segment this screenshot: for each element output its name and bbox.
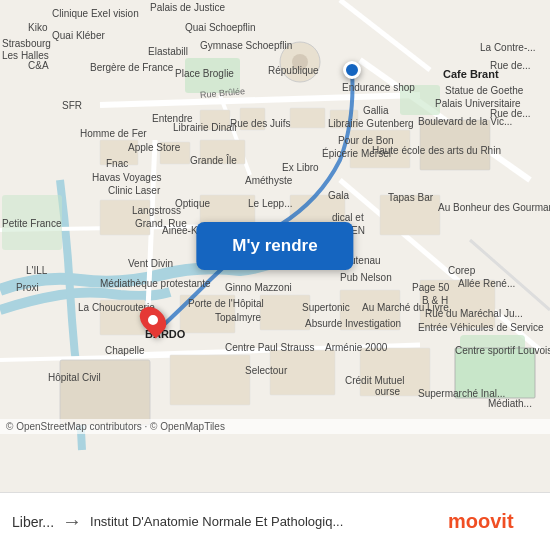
svg-rect-23 [200,140,245,164]
destination-marker [142,305,164,335]
svg-rect-22 [160,142,190,164]
destination-text: Institut D'Anatomie Normale Et Pathologi… [90,514,440,529]
svg-rect-38 [360,348,430,396]
svg-rect-36 [170,355,250,405]
svg-rect-30 [100,300,145,335]
svg-rect-11 [185,58,240,93]
svg-point-16 [292,54,308,70]
svg-rect-19 [290,108,325,128]
svg-rect-26 [100,200,150,235]
svg-rect-21 [100,140,138,165]
svg-rect-20 [330,110,358,128]
arrow-icon: → [62,510,82,533]
map-container: Cafe Brant Palais de Justice Clinique Ex… [0,0,550,492]
svg-rect-37 [270,350,335,395]
origin-marker [343,61,361,79]
svg-rect-35 [60,360,150,425]
svg-rect-18 [240,108,265,130]
svg-rect-14 [2,195,62,250]
origin-text: Liber... [12,514,54,530]
svg-rect-29 [380,195,440,235]
svg-rect-24 [350,130,410,168]
svg-rect-34 [420,280,495,328]
bottom-bar: Liber... → Institut D'Anatomie Normale E… [0,492,550,550]
navigate-button[interactable]: M'y rendre [196,222,353,270]
svg-rect-17 [200,110,230,130]
svg-rect-25 [420,120,490,170]
moovit-logo: moovit [448,506,538,538]
svg-rect-32 [260,295,310,330]
svg-rect-33 [340,290,400,330]
map-attribution: © OpenStreetMap contributors · © OpenMap… [0,419,550,434]
destination-pin-inner [146,313,160,327]
svg-rect-39 [455,348,535,398]
svg-text:moovit: moovit [448,510,514,532]
app: Cafe Brant Palais de Justice Clinique Ex… [0,0,550,550]
svg-rect-12 [400,85,440,115]
